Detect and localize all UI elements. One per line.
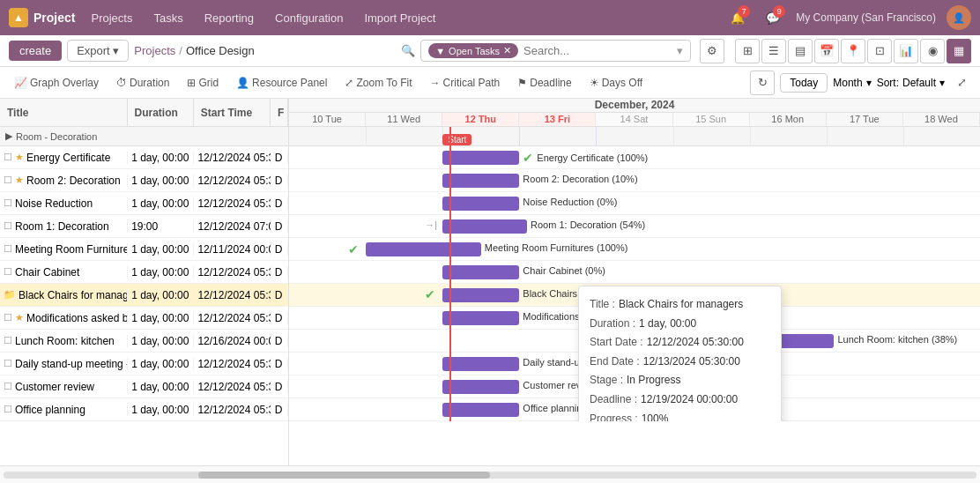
- task-row-4[interactable]: ☐ Room 1: Decoration 19:00 12/12/2024 07…: [0, 215, 288, 238]
- notif-count-2: 9: [773, 5, 785, 18]
- gantt-bar-1: [442, 151, 519, 165]
- task-name-9: ☐ Lunch Room: kitchen: [0, 335, 128, 347]
- col-header-title: Title: [0, 99, 128, 126]
- task-name-2: ☐ ★ Room 2: Decoration: [0, 175, 128, 187]
- task-row-3[interactable]: ☐ Noise Reduction 1 day, 00:00 12/12/202…: [0, 192, 288, 215]
- task-name-10: ☐ Daily stand-up meeting - S: [0, 358, 128, 370]
- duration-btn[interactable]: ⏱ Duration: [109, 74, 176, 92]
- task-row-1[interactable]: ☐ ★ Energy Certificate 1 day, 00:00 12/1…: [0, 146, 288, 169]
- search-dropdown-icon[interactable]: ▾: [677, 44, 683, 57]
- nav-projects[interactable]: Projects: [85, 8, 137, 28]
- gantt-bar-label-5: Meeting Room Furnitures (100%): [485, 242, 628, 253]
- tooltip-progress-label: Progress :: [590, 410, 638, 421]
- tooltip-start-value: 12/12/2024 05:30:00: [647, 333, 744, 353]
- star-icon[interactable]: ★: [15, 175, 24, 186]
- gantt-day-11: 11 Wed: [366, 113, 442, 126]
- task-row-7[interactable]: 📁 Black Chairs for managers 1 day, 00:00…: [0, 284, 288, 307]
- gantt-bar-7: [442, 288, 519, 302]
- star-icon[interactable]: ★: [15, 312, 24, 323]
- task-row-5[interactable]: ☐ Meeting Room Furnitures 1 day, 00:00 1…: [0, 238, 288, 261]
- task-name-6: ☐ Chair Cabinet: [0, 266, 128, 279]
- task-title: Lunch Room: kitchen: [15, 335, 115, 347]
- zoom-to-fit-btn[interactable]: ⤢ Zoom To Fit: [338, 74, 419, 92]
- task-finish-9: D: [271, 335, 288, 347]
- graph-overlay-btn[interactable]: 📈 Graph Overlay: [7, 74, 106, 92]
- task-row-9[interactable]: ☐ Lunch Room: kitchen 1 day, 00:00 12/16…: [0, 330, 288, 353]
- gantt-bar-label-6: Chair Cabinet (0%): [523, 265, 605, 276]
- gantt-day-18: 18 Wed: [903, 113, 980, 126]
- toolbar-options: ⚙: [700, 39, 724, 63]
- view-pivot[interactable]: ⊡: [867, 39, 892, 63]
- create-button[interactable]: create: [9, 41, 62, 61]
- scrollbar-track[interactable]: [4, 472, 976, 479]
- filter-tag-open-tasks[interactable]: ▼ Open Tasks ✕: [428, 43, 518, 58]
- check-icon-7: ✔: [425, 287, 435, 301]
- grid-btn[interactable]: ⊞ Grid: [180, 74, 226, 92]
- notification-bell-2[interactable]: 💬 9: [761, 5, 785, 30]
- view-list[interactable]: ☰: [761, 39, 786, 63]
- sort-dropdown-icon[interactable]: ▾: [939, 77, 945, 89]
- nav-configuration[interactable]: Configuration: [270, 8, 348, 28]
- gantt-day-13: 13 Fri: [519, 113, 596, 126]
- star-icon[interactable]: ★: [15, 152, 24, 163]
- doc-icon: ☐: [4, 358, 12, 369]
- tooltip-progress-row: Progress : 100%: [590, 410, 770, 421]
- view-kanban[interactable]: ⊞: [735, 39, 760, 63]
- nav-reporting[interactable]: Reporting: [199, 8, 259, 28]
- sort-value[interactable]: Default: [902, 77, 936, 89]
- task-row-2[interactable]: ☐ ★ Room 2: Decoration 1 day, 00:00 12/1…: [0, 169, 288, 192]
- task-row-10[interactable]: ☐ Daily stand-up meeting - S 1 day, 00:0…: [0, 353, 288, 375]
- fullscreen-btn[interactable]: ⤢: [950, 71, 973, 94]
- days-off-btn[interactable]: ☀ Days Off: [583, 74, 650, 92]
- group-expand-icon[interactable]: ▶: [5, 130, 12, 142]
- resource-panel-btn[interactable]: 👤 Resource Panel: [229, 74, 334, 92]
- gantt-bar-11: [442, 380, 519, 394]
- check-icon-5: ✔: [348, 242, 359, 256]
- gantt-row-5[interactable]: ✔ Meeting Room Furnitures (100%): [289, 238, 980, 261]
- task-row-11[interactable]: ☐ Customer review 1 day, 00:00 12/12/202…: [0, 375, 288, 398]
- view-chart[interactable]: ◉: [920, 39, 945, 63]
- view-graph[interactable]: 📊: [894, 39, 918, 63]
- view-activity[interactable]: ▤: [788, 39, 813, 63]
- gantt-row-2[interactable]: Room 2: Decoration (10%): [289, 169, 980, 192]
- column-headers: Title Duration Start Time F: [0, 99, 288, 127]
- task-duration-2: 1 day, 00:00: [128, 175, 194, 187]
- today-btn[interactable]: Today: [780, 73, 828, 93]
- notification-bell-1[interactable]: 🔔 7: [725, 5, 750, 30]
- task-row-8[interactable]: ☐ ★ Modifications asked by 1 day, 00:00 …: [0, 307, 288, 330]
- scrollbar-thumb[interactable]: [198, 472, 490, 479]
- search-input[interactable]: [523, 44, 672, 57]
- toolbar-right: ↻ Today Month ▾ Sort: Default ▾ ⤢: [750, 71, 973, 95]
- filter-icon-btn[interactable]: ⚙: [700, 39, 724, 63]
- critical-path-btn[interactable]: → Critical Path: [423, 74, 508, 92]
- horizontal-scrollbar[interactable]: [0, 465, 980, 483]
- nav-import[interactable]: Import Project: [359, 8, 441, 28]
- deadline-btn[interactable]: ⚑ Deadline: [510, 74, 578, 92]
- breadcrumb-projects[interactable]: Projects: [134, 44, 175, 57]
- breadcrumb-current[interactable]: Office Design: [186, 44, 255, 57]
- user-avatar[interactable]: 👤: [947, 5, 971, 30]
- gantt-bar-label-2: Room 2: Decoration (10%): [523, 174, 637, 184]
- gantt-row-3[interactable]: Noise Reduction (0%): [289, 192, 980, 215]
- task-row-6[interactable]: ☐ Chair Cabinet 1 day, 00:00 12/12/2024 …: [0, 261, 288, 284]
- gantt-row-6[interactable]: Chair Cabinet (0%): [289, 261, 980, 284]
- task-row-12[interactable]: ☐ Office planning 1 day, 00:00 12/12/202…: [0, 398, 288, 421]
- export-button[interactable]: Export ▾: [67, 40, 129, 62]
- task-start-2: 12/12/2024 05:30:00: [194, 175, 271, 187]
- gantt-chart: December, 2024 10 Tue 11 Wed 12 Thu 13 F…: [289, 99, 980, 465]
- filter-remove-button[interactable]: ✕: [503, 45, 511, 56]
- gantt-row-1[interactable]: Start ✔ Energy Certificate (100%): [289, 146, 980, 169]
- gantt-day-15: 15 Sun: [673, 113, 750, 126]
- nav-tasks[interactable]: Tasks: [148, 8, 188, 28]
- task-finish-7: D: [271, 289, 288, 301]
- task-title: Room 2: Decoration: [26, 175, 121, 187]
- view-map[interactable]: 📍: [841, 39, 865, 63]
- task-tooltip: Title : Black Chairs for managers Durati…: [578, 286, 782, 421]
- month-selector[interactable]: Month ▾: [833, 77, 871, 89]
- gantt-row-4[interactable]: →| Room 1: Decoration (54%): [289, 215, 980, 238]
- view-gantt[interactable]: ▦: [947, 39, 971, 63]
- tooltip-title-label: Title :: [590, 295, 615, 315]
- gantt-days-row: 10 Tue 11 Wed 12 Thu 13 Fri 14 Sat 15 Su…: [289, 113, 980, 126]
- refresh-btn[interactable]: ↻: [750, 71, 775, 95]
- view-calendar[interactable]: 📅: [814, 39, 839, 63]
